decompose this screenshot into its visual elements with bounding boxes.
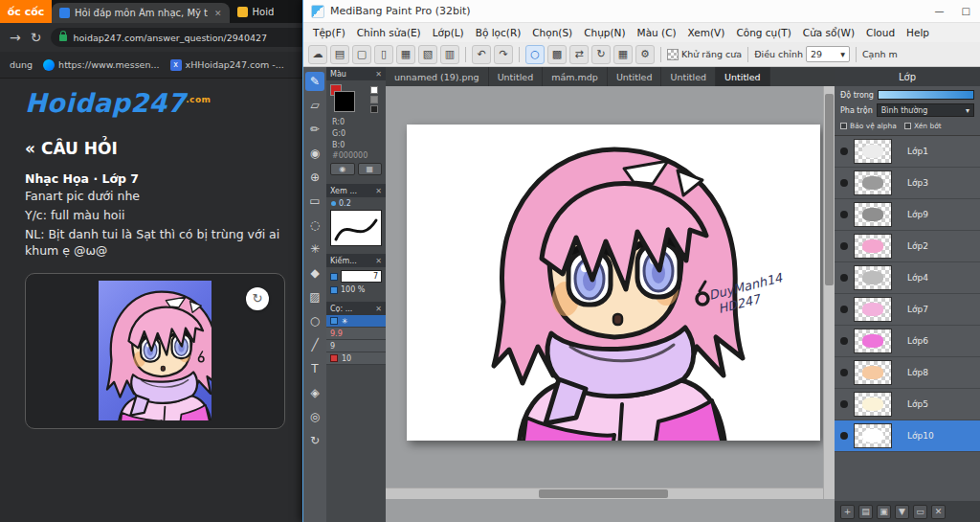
menu-color[interactable]: Màu (C) (632, 27, 682, 38)
clipping-checkbox[interactable]: Xén bớt (904, 122, 942, 130)
antialias-icon[interactable] (667, 49, 679, 60)
bookmark-hoidap[interactable]: x xHHoidap247.com -... (170, 59, 284, 71)
gear-icon[interactable]: ⚙ (635, 45, 655, 64)
url-bar[interactable]: hoidap247.com/answer_question/2940427 (51, 28, 316, 47)
layer-visibility-icon[interactable] (840, 211, 848, 218)
merge-layer-icon[interactable]: ▼ (895, 505, 909, 519)
rotate-icon[interactable]: ↻ (591, 45, 611, 64)
site-logo[interactable]: Hoidap247.com (25, 88, 301, 118)
doc-tab-1[interactable]: unnamed (19).png (386, 67, 489, 86)
brush-item[interactable]: 10 (326, 352, 386, 365)
browser-tab-1[interactable]: Hỏi đáp môn Âm nhạc, Mỹ t ✕ (52, 3, 230, 23)
menu-select[interactable]: Chọn(S) (526, 27, 578, 38)
select-circle-icon[interactable]: ○ (525, 45, 545, 64)
text-tool[interactable]: T (305, 359, 324, 378)
layer-visibility-icon[interactable] (840, 337, 848, 345)
add-layer-icon[interactable]: + (840, 505, 855, 519)
menu-tools[interactable]: Công cụ(T) (730, 27, 796, 38)
move-tool[interactable]: ⊕ (305, 168, 324, 187)
rotate-view-tool[interactable]: ↻ (305, 431, 324, 450)
layer-visibility-icon[interactable] (840, 274, 848, 282)
menu-capture[interactable]: Chụp(N) (578, 27, 631, 38)
zoom-tool[interactable]: ◎ (305, 407, 324, 426)
layer-visibility-icon[interactable] (840, 179, 848, 187)
layer-row[interactable]: Lớp1 (835, 136, 980, 168)
brush-item-selected[interactable]: ✳ (326, 315, 386, 328)
brush-tool[interactable]: ✎ (305, 72, 324, 91)
clear-layer-icon[interactable]: ▭ (913, 505, 927, 519)
bookmark-apps[interactable]: dung (10, 59, 33, 70)
title-bar[interactable]: MediBang Paint Pro (32bit) — □ (303, 0, 980, 23)
grid-icon[interactable]: ▦ (613, 45, 633, 64)
hand-tool[interactable]: ◈ (305, 383, 324, 402)
line-tool[interactable]: ╱ (305, 335, 324, 354)
layer-row[interactable]: Lớp6 (835, 326, 980, 357)
open-icon[interactable]: ▧ (418, 45, 437, 64)
delete-layer-icon[interactable]: ✕ (931, 505, 946, 519)
magic-wand-tool[interactable]: ✳ (305, 239, 324, 259)
menu-filter[interactable]: Bộ lọc(R) (470, 27, 527, 38)
flip-icon[interactable]: ⇄ (569, 45, 589, 64)
primary-color-swatch[interactable] (334, 91, 355, 112)
export-icon[interactable]: ▥ (440, 45, 459, 64)
layer-visibility-icon[interactable] (840, 432, 848, 440)
horizontal-scrollbar[interactable] (386, 488, 823, 499)
lasso-tool[interactable]: ◌ (305, 216, 324, 235)
redo-icon[interactable]: ↷ (494, 45, 513, 64)
alpha-protect-checkbox[interactable]: Bảo vệ alpha (840, 122, 897, 130)
image-refresh-icon[interactable]: ↻ (246, 287, 269, 310)
brush-item[interactable]: 9.9 (326, 328, 386, 340)
layer-visibility-icon[interactable] (840, 306, 848, 313)
doc-tab-5[interactable]: Untitled (661, 67, 716, 86)
vertical-scrollbar-thumb[interactable] (825, 94, 834, 285)
menu-edit[interactable]: Chỉnh sửa(E) (351, 27, 427, 38)
blend-mode-dropdown[interactable]: Bình thường ▾ (877, 103, 974, 117)
layer-visibility-icon[interactable] (840, 369, 848, 376)
menu-file[interactable]: Tệp(F) (307, 27, 351, 38)
close-icon[interactable]: ✕ (375, 70, 382, 79)
layer-visibility-icon[interactable] (840, 242, 848, 250)
chat-icon[interactable]: ▢ (352, 45, 371, 64)
menu-view[interactable]: Xem(V) (682, 27, 731, 38)
adjust-dropdown[interactable]: 29 ▾ (806, 46, 850, 62)
bucket-tool[interactable]: ◆ (305, 263, 324, 283)
brush-item[interactable]: 9 (326, 340, 386, 352)
layer-row[interactable]: Lớp3 (835, 168, 980, 199)
question-image[interactable] (99, 281, 212, 420)
save-icon[interactable]: ▦ (396, 45, 415, 64)
layer-row[interactable]: Lớp4 (835, 262, 980, 294)
brush-opacity-value[interactable]: 100 % (341, 285, 365, 294)
close-icon[interactable]: ✕ (375, 257, 382, 265)
coccoc-logo[interactable]: ốc cốc (0, 0, 52, 23)
layer-row[interactable]: Lớp2 (835, 231, 980, 262)
duplicate-layer-icon[interactable]: ▣ (877, 505, 891, 519)
shape-tool[interactable]: ○ (305, 311, 324, 330)
doc-tab-2[interactable]: Untitled (489, 67, 544, 86)
close-tab-icon[interactable]: ✕ (214, 9, 222, 18)
cloud-icon[interactable]: ☁ (308, 45, 327, 64)
close-icon[interactable]: ✕ (375, 187, 382, 195)
eyedropper-tool[interactable]: ◉ (305, 144, 324, 163)
menu-help[interactable]: Help (901, 27, 935, 38)
layer-folder-icon[interactable]: ▤ (858, 505, 873, 519)
vertical-scrollbar[interactable] (823, 86, 835, 499)
layer-visibility-icon[interactable] (840, 148, 848, 155)
layer-row[interactable]: Lớp7 (835, 294, 980, 326)
menu-layer[interactable]: Lớp(L) (427, 27, 470, 38)
minimize-button[interactable]: — (935, 6, 945, 16)
menu-cloud[interactable]: Cloud (860, 27, 901, 38)
browser-tab-2[interactable]: Hoid (230, 0, 282, 23)
forward-icon[interactable]: → (10, 31, 21, 44)
gradient-tool[interactable]: ▨ (305, 287, 324, 306)
layer-row[interactable]: Lớp5 (835, 389, 980, 420)
menu-window[interactable]: Cửa sổ(W) (797, 27, 860, 38)
doc-tab-4[interactable]: Untitled (608, 67, 662, 86)
drawing-canvas[interactable]: DuyManh14 HD247 (407, 125, 820, 441)
opacity-slider[interactable] (878, 90, 974, 100)
close-icon[interactable]: ✕ (375, 305, 382, 313)
panel-icon[interactable]: ▤ (330, 45, 349, 64)
doc-tab-6-active[interactable]: Untitled (716, 67, 770, 86)
eraser-tool[interactable]: ▱ (305, 96, 324, 115)
brush-size-input[interactable]: 7 (341, 270, 382, 283)
reload-icon[interactable]: ↻ (31, 31, 42, 44)
